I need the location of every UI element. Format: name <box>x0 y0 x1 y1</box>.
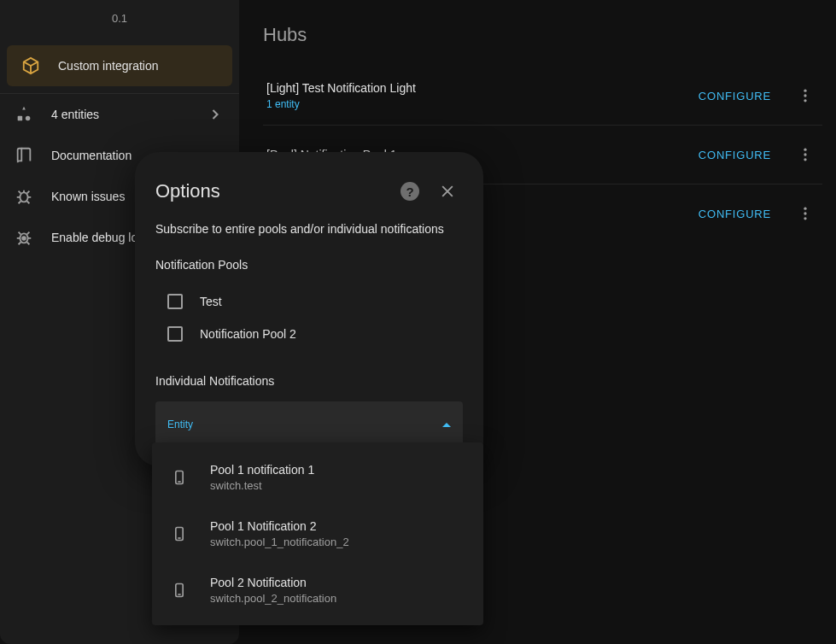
svg-point-8 <box>804 149 806 151</box>
more-menu-button[interactable] <box>788 196 822 231</box>
device-icon <box>169 580 190 600</box>
entity-select[interactable]: Entity <box>155 401 463 446</box>
caret-up-icon <box>442 423 451 427</box>
close-icon <box>439 183 456 200</box>
entity-dropdown: Pool 1 notification 1 switch.test Pool 1… <box>152 442 483 625</box>
dropdown-item-entity-id: switch.test <box>210 479 314 492</box>
svg-point-10 <box>804 158 806 161</box>
more-menu-button[interactable] <box>788 79 822 113</box>
configure-button[interactable]: CONFIGURE <box>688 142 781 168</box>
dialog-title: Options <box>155 180 220 202</box>
options-dialog: Options ? Subscribe to entire pools and/… <box>135 152 483 466</box>
chevron-right-icon <box>205 104 225 125</box>
help-icon: ? <box>400 182 419 201</box>
svg-point-4 <box>22 237 26 240</box>
pool-label: Notification Pool 2 <box>200 327 296 341</box>
svg-rect-0 <box>18 116 23 121</box>
custom-integration-chip[interactable]: Custom integration <box>7 45 232 86</box>
dialog-description: Subscribe to entire pools and/or individ… <box>155 222 463 236</box>
svg-point-2 <box>20 192 27 202</box>
dropdown-item-name: Pool 2 Notification <box>210 576 336 589</box>
configure-button[interactable]: CONFIGURE <box>688 83 781 109</box>
hub-name: [Light] Test Notification Light <box>266 81 416 95</box>
dropdown-item[interactable]: Pool 2 Notification switch.pool_2_notifi… <box>152 562 483 618</box>
pool-checkbox-row[interactable]: Test <box>155 285 463 318</box>
svg-point-11 <box>804 208 806 210</box>
dropdown-item-entity-id: switch.pool_2_notification <box>210 592 336 605</box>
integration-version: 0.1 <box>0 0 239 45</box>
debug-icon <box>14 227 34 248</box>
documentation-icon <box>14 145 34 166</box>
dropdown-item-entity-id: switch.pool_1_notification_2 <box>210 536 349 548</box>
dots-vertical-icon <box>797 205 814 222</box>
svg-point-9 <box>804 153 806 155</box>
pools-section-title: Notification Pools <box>155 258 463 272</box>
dots-vertical-icon <box>797 87 814 104</box>
svg-point-6 <box>804 94 806 97</box>
checkbox-icon[interactable] <box>167 326 183 342</box>
configure-button[interactable]: CONFIGURE <box>688 201 781 227</box>
dropdown-item[interactable]: Pool 1 notification 1 switch.test <box>152 449 483 506</box>
device-icon <box>169 467 190 488</box>
dropdown-item[interactable]: Pool 1 Notification 2 switch.pool_1_noti… <box>152 506 483 562</box>
sidebar-item-label: Known issues <box>51 190 125 203</box>
individual-section-title: Individual Notifications <box>155 374 463 388</box>
checkbox-icon[interactable] <box>167 294 183 309</box>
device-icon <box>169 524 190 544</box>
entity-select-label: Entity <box>167 419 193 430</box>
dropdown-item-name: Pool 1 notification 1 <box>210 463 314 477</box>
svg-point-1 <box>26 116 31 121</box>
page-title: Hubs <box>263 0 822 67</box>
more-menu-button[interactable] <box>788 138 822 172</box>
svg-point-5 <box>804 90 806 92</box>
hub-row[interactable]: [Light] Test Notification Light 1 entity… <box>263 67 822 126</box>
svg-point-12 <box>804 212 806 214</box>
sidebar-item-label: 4 entities <box>51 108 99 121</box>
dropdown-item-name: Pool 1 Notification 2 <box>210 519 349 533</box>
entities-icon <box>14 104 34 125</box>
svg-point-7 <box>804 99 806 102</box>
svg-point-13 <box>804 217 806 220</box>
custom-integration-label: Custom integration <box>58 59 159 73</box>
sidebar-item-label: Documentation <box>51 149 132 162</box>
pool-checkbox-row[interactable]: Notification Pool 2 <box>155 318 463 350</box>
sidebar-item-entities[interactable]: 4 entities <box>0 94 239 135</box>
dots-vertical-icon <box>797 146 814 163</box>
bug-icon <box>14 186 34 207</box>
help-button[interactable]: ? <box>395 176 425 207</box>
close-button[interactable] <box>432 176 463 207</box>
package-icon <box>20 56 41 76</box>
hub-entity-count[interactable]: 1 entity <box>266 98 416 110</box>
pool-label: Test <box>200 295 222 308</box>
